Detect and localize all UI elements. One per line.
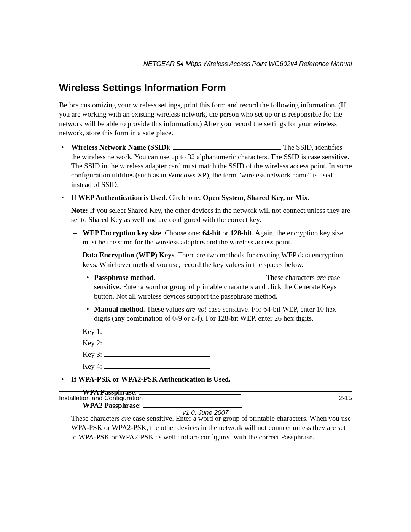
passphrase-period: . [154,273,158,281]
key2-blank [104,339,210,345]
wpa-heading: If WPA-PSK or WPA2-PSK Authentication is… [71,375,231,383]
footer-rule [59,391,352,392]
key2-label: Key 2: [83,339,104,347]
key3-row: Key 3: [83,350,352,359]
wep-period: . [307,193,309,201]
passphrase-method-item: Passphrase method. These characters are … [83,273,352,301]
wep-choice-shared: Shared Key, or Mix [247,193,308,201]
wep-choice-open: Open System [203,193,244,201]
wpa-tail: These characters are case sensitive. Ent… [71,414,352,442]
wep-sublist: WEP Encryption key size. Choose one: 64-… [71,228,352,371]
manual-arenot: are not [186,305,207,313]
passphrase-after1: These characters [264,273,316,281]
wep-datakeys-label: Data Encryption (WEP) Keys [83,251,174,259]
wep-keysize-label: WEP Encryption key size [83,229,161,237]
key2-row: Key 2: [83,339,352,348]
wep-note: Note: If you select Shared Key, the othe… [71,206,352,225]
wep-datakeys-item: Data Encryption (WEP) Keys. There are tw… [71,251,352,371]
key1-label: Key 1: [83,328,104,335]
passphrase-are: are [317,273,326,281]
key4-label: Key 4: [83,362,104,370]
header-rule [59,70,352,70]
footer-version: v1.0, June 2007 [59,409,352,417]
manual-text1: . These values [143,305,186,313]
manual-label: Manual method [94,305,143,313]
passphrase-blank [157,273,264,280]
footer-row: Installation and Configuration 2-15 [59,395,352,402]
footer-page-number: 2-15 [339,395,352,402]
wep-keysize-item: WEP Encryption key size. Choose one: 64-… [71,228,352,247]
page-footer: Installation and Configuration 2-15 v1.0… [59,391,352,417]
key1-row: Key 1: [83,327,352,336]
wep-128: 128-bit [230,229,252,237]
key1-blank [104,327,210,334]
wep-keysize-text1: . Choose one: [161,229,202,237]
wep-heading-mid: Circle one: [167,193,203,201]
ssid-label: Wireless Network Name (SSID) [71,143,169,151]
wep-item: If WEP Authentication is Used. Circle on… [59,193,352,371]
manual-method-item: Manual method. These values are not case… [83,305,352,323]
ssid-item: Wireless Network Name (SSID): The SSID, … [59,143,352,189]
ssid-colon: : [169,143,171,151]
wep-sep1: , [244,193,247,201]
key4-blank [104,362,210,369]
wep-methods-list: Passphrase method. These characters are … [83,273,352,323]
wep-note-label: Note: [71,206,88,214]
manual-title: NETGEAR 54 Mbps Wireless Access Point WG… [59,60,352,68]
wep-or: or [221,229,230,237]
wep-note-text: If you select Shared Key, the other devi… [71,206,350,224]
passphrase-label: Passphrase method [94,273,154,281]
key4-row: Key 4: [83,362,352,371]
key3-blank [104,350,210,357]
keys-block: Key 1: Key 2: Key 3: Key 4: [83,327,352,371]
document-page: NETGEAR 54 Mbps Wireless Access Point WG… [0,0,411,442]
wep-64: 64-bit [202,229,221,237]
footer-left: Installation and Configuration [59,395,143,402]
key3-label: Key 3: [83,350,104,358]
section-heading: Wireless Settings Information Form [59,82,352,94]
wep-heading-prefix: If WEP Authentication is Used. [71,193,167,201]
intro-paragraph: Before customizing your wireless setting… [59,101,352,137]
ssid-blank [173,143,281,150]
